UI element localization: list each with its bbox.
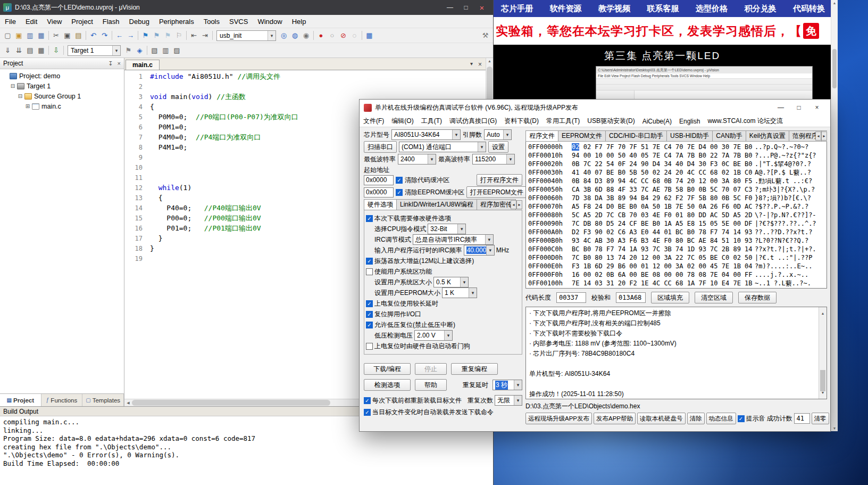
tree-expander-icon[interactable]: ⊟ (10, 83, 16, 89)
min-baud-select[interactable]: 2400 ▾ (398, 154, 436, 165)
tab-scroll-right-icon[interactable]: ▸ (821, 131, 827, 141)
tab-scroll-left-icon[interactable]: ◂ (815, 131, 821, 141)
open-program-file-button[interactable]: 打开程序文件 (477, 174, 522, 186)
file-extensions-icon[interactable]: ▧ (149, 45, 160, 56)
download-load-icon[interactable]: ⇩ (51, 45, 62, 56)
stc-menu-item[interactable]: 调试仿真接口(G) (446, 117, 500, 126)
repeat-program-button[interactable]: 重复编程 (451, 363, 498, 375)
panel-tab-functions[interactable]: ƒFunctions (41, 394, 83, 406)
manage-books-icon[interactable]: ▨ (171, 45, 182, 56)
lvd-voltage-select[interactable]: 2.00 V ▾ (414, 330, 453, 341)
save-icon[interactable]: ▥ (24, 30, 36, 41)
irc-frequency-select[interactable]: 40.000 ▾ (464, 245, 495, 256)
stop-button[interactable]: 停止 (415, 363, 447, 375)
eeprom-start-address-input[interactable]: 0x0000 (364, 187, 394, 198)
bookmark-next-icon[interactable]: ⚑ (162, 30, 173, 41)
configure-wrench-icon[interactable]: ⚒ (480, 30, 491, 41)
max-baud-select[interactable]: 115200 ▾ (472, 154, 515, 165)
read-disk-id-button[interactable]: 读取本机硬盘号 (637, 413, 686, 424)
rebuild-icon[interactable]: ▤ (24, 45, 36, 56)
menu-item-project[interactable]: Project (66, 18, 97, 26)
menu-item-window[interactable]: Window (253, 18, 287, 26)
tab-list-icon[interactable]: ▾ (470, 61, 473, 67)
publish-help-button[interactable]: 发布APP帮助 (594, 413, 636, 424)
stc-menu-item[interactable]: English (675, 118, 704, 125)
right-tab[interactable]: 程序文件 (525, 130, 558, 142)
scroll-up-icon[interactable]: ▲ (821, 308, 825, 318)
panel-tab-project[interactable]: ▤Project (0, 394, 41, 406)
menu-item-svcs[interactable]: SVCS (224, 18, 253, 26)
stc-menu-item[interactable]: 资料下载(D) (500, 117, 542, 126)
long-reset-delay-checkbox[interactable]: ✓ (366, 300, 373, 307)
project-tree-item[interactable]: Project: demo (0, 71, 124, 81)
menu-item-file[interactable]: File (0, 18, 21, 26)
browser-scrollbar[interactable]: ▲ ▼ (831, 0, 838, 431)
hex-viewer[interactable]: 0FF00000h02 02 F7 7F 70 7F 51 7E C4 70 7… (525, 142, 827, 289)
stc-menu-item[interactable]: 编辑(O) (388, 117, 417, 126)
site-nav-item[interactable]: 代码转换 (793, 4, 825, 14)
stc-titlebar[interactable]: 单片机在线升级编程仿真调试平台软件 (V6.96C), 远程现场升级APP发布 … (360, 100, 830, 116)
dynamic-info-button[interactable]: 动态信息 (706, 413, 736, 424)
scroll-down-icon[interactable]: ▼ (833, 426, 837, 430)
redo-icon[interactable]: ↷ (99, 30, 110, 41)
paste-icon[interactable]: ▤ (73, 30, 84, 41)
chip-model-select[interactable]: AI8051U-34K64 ▾ (391, 129, 461, 140)
pin-icon[interactable]: ↧ (108, 60, 113, 67)
stc-menu-item[interactable]: www.STCAI.com 论坛交流 (704, 117, 786, 126)
check-options-button[interactable]: 检测选项 (364, 379, 411, 391)
system-area-size-select[interactable]: 0.5 K ▾ (433, 277, 469, 287)
bookmark-toggle-icon[interactable]: ⚑ (140, 30, 151, 41)
unindent-icon[interactable]: ⇤ (188, 30, 199, 41)
batch-build-icon[interactable]: ▦ (36, 45, 47, 56)
user-system-area-checkbox[interactable] (366, 268, 373, 275)
clear-region-button[interactable]: 清空区域 (695, 292, 733, 303)
clear-eeprom-buffer-checkbox[interactable]: ✓ (396, 189, 403, 196)
hw-tab[interactable]: LinkID/Writer1A/U8W编程 (396, 199, 477, 210)
auto-load-checkbox[interactable]: ✓ (364, 409, 371, 416)
save-data-button[interactable]: 保存数据 (738, 292, 777, 303)
cpu-mode-select[interactable]: 32-Bit ▾ (428, 224, 466, 234)
close-button[interactable]: × (808, 102, 826, 113)
remote-publish-button[interactable]: 远程现场升级APP发布 (525, 413, 592, 424)
disable-breakpoints-icon[interactable]: ◌ (349, 30, 360, 41)
oscillator-gain-checkbox[interactable]: ✓ (366, 258, 373, 265)
new-file-icon[interactable]: ▢ (2, 30, 13, 41)
project-tree-item[interactable]: ⊟Target 1 (0, 81, 124, 91)
target-flag-icon[interactable]: ⚑ (123, 45, 134, 56)
chevron-down-icon[interactable]: ▾ (268, 31, 276, 40)
breakpoint-icon[interactable]: ○ (327, 30, 338, 41)
hw-tab[interactable]: 硬件选项 (364, 199, 397, 210)
eeprom-size-select[interactable]: 1 K ▾ (442, 287, 477, 298)
debug-session-icon[interactable]: ● (315, 30, 327, 41)
beep-checkbox[interactable]: ✓ (738, 415, 745, 422)
menu-item-view[interactable]: View (42, 18, 66, 26)
menu-item-help[interactable]: Help (287, 18, 311, 26)
project-tree-item[interactable]: ⊟Source Group 1 (0, 91, 124, 101)
project-tree-item[interactable]: ⊞main.c (0, 101, 124, 111)
maximize-button[interactable]: □ (458, 2, 474, 13)
copy-icon[interactable]: ▣ (62, 30, 73, 41)
status-log[interactable]: · 下次下载用户程序时,将用户EEPROM区一并擦除· 下次下载用户程序时,没有… (525, 307, 827, 399)
incremental-find-icon[interactable]: ◉ (301, 30, 312, 41)
cut-icon[interactable]: ✂ (51, 30, 62, 41)
stc-menu-item[interactable]: 常用工具(T) (542, 117, 583, 126)
translate-icon[interactable]: ⇓ (2, 45, 13, 56)
stc-menu-item[interactable]: 文件(F) (360, 117, 388, 126)
clear-button[interactable]: 清除 (687, 413, 705, 424)
tree-expander-icon[interactable]: ⊞ (24, 103, 31, 109)
reload-target-checkbox[interactable]: ✓ (364, 397, 371, 404)
stc-menu-item[interactable]: AiCube(A) (639, 118, 675, 125)
log-scrollbar[interactable]: ▲ ▼ (819, 307, 827, 399)
site-nav-item[interactable]: 选型价格 (696, 4, 728, 14)
clear-code-buffer-checkbox[interactable]: ✓ (396, 177, 403, 184)
menu-item-debug[interactable]: Debug (124, 18, 154, 26)
scan-port-button[interactable]: 扫描串口 (364, 141, 397, 153)
low-voltage-reset-checkbox[interactable]: ✓ (366, 322, 373, 328)
options-for-target-icon[interactable]: ◈ (134, 45, 145, 56)
navigate-forward-icon[interactable]: → (125, 30, 136, 41)
scroll-up-icon[interactable]: ▲ (488, 59, 491, 63)
download-program-button[interactable]: 下载/编程 (364, 363, 411, 375)
navigate-back-icon[interactable]: ← (114, 30, 125, 41)
indent-icon[interactable]: ⇥ (199, 30, 211, 41)
tab-close-icon[interactable]: × (478, 61, 482, 68)
